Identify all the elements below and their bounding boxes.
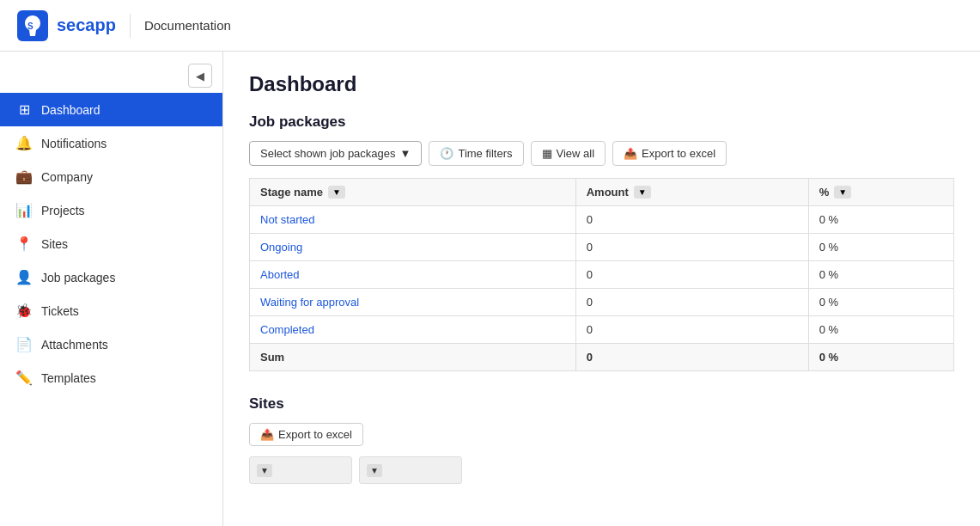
sidebar-item-label: Attachments <box>41 338 108 352</box>
dropdown-arrow-icon: ▼ <box>400 147 411 160</box>
sidebar-item-label: Projects <box>41 204 85 217</box>
svg-text:S: S <box>27 21 33 31</box>
job-packages-toolbar: Select shown job packages ▼ 🕐 Time filte… <box>249 141 954 166</box>
sites-section: Sites 📤 Export to excel ▼ ▼ <box>249 395 954 484</box>
table-icon: ▦ <box>542 147 552 160</box>
header: S secapp Documentation <box>0 0 980 52</box>
sidebar-item-sites[interactable]: 📍 Sites <box>0 227 222 260</box>
stage-cell[interactable]: Waiting for approval <box>250 289 576 316</box>
sidebar-item-attachments[interactable]: 📄 Attachments <box>0 327 222 361</box>
amount-cell: 0 <box>575 289 808 316</box>
time-filters-label: Time filters <box>458 147 512 160</box>
percent-cell: 0 % <box>808 206 953 234</box>
sidebar-item-templates[interactable]: ✏️ Templates <box>0 361 222 394</box>
sidebar-item-dashboard[interactable]: ⊞ Dashboard <box>0 93 222 126</box>
table-header-row: Stage name ▼ Amount ▼ % <box>250 179 954 206</box>
percent-cell: 0 % <box>808 261 953 289</box>
sites-col-header-1: ▼ <box>249 456 352 484</box>
sites-export-button[interactable]: 📤 Export to excel <box>249 423 363 446</box>
sidebar-item-label: Sites <box>41 237 68 251</box>
pencil-icon: ✏️ <box>15 370 33 386</box>
export-label: Export to excel <box>642 147 715 160</box>
person-icon: 👤 <box>15 269 33 285</box>
clock-icon: 🕐 <box>440 147 453 160</box>
job-packages-title: Job packages <box>249 113 954 131</box>
table-row: Completed 0 0 % <box>250 316 954 344</box>
stage-name-header: Stage name ▼ <box>250 179 576 206</box>
header-nav-documentation[interactable]: Documentation <box>144 18 231 33</box>
logo-area: S secapp <box>17 10 116 41</box>
page-title: Dashboard <box>249 72 954 96</box>
stage-cell[interactable]: Aborted <box>250 261 576 289</box>
sites-export-label: Export to excel <box>278 428 352 441</box>
sidebar-item-projects[interactable]: 📊 Projects <box>0 193 222 227</box>
stage-cell[interactable]: Completed <box>250 316 576 344</box>
stage-name-sort-button[interactable]: ▼ <box>328 186 345 199</box>
sidebar-item-label: Job packages <box>41 271 115 284</box>
sidebar-item-company[interactable]: 💼 Company <box>0 160 222 193</box>
sidebar-item-job-packages[interactable]: 👤 Job packages <box>0 260 222 294</box>
sidebar-item-label: Company <box>41 170 93 184</box>
percent-sort-button[interactable]: ▼ <box>834 186 851 199</box>
amount-cell: 0 <box>575 316 808 344</box>
job-packages-section: Job packages Select shown job packages ▼… <box>249 113 954 371</box>
stage-cell[interactable]: Ongoing <box>250 234 576 261</box>
sidebar-toggle-area: ◀ <box>0 58 222 93</box>
sum-label: Sum <box>250 344 576 371</box>
layout: ◀ ⊞ Dashboard 🔔 Notifications 💼 Company … <box>0 52 980 526</box>
amount-cell: 0 <box>575 206 808 234</box>
sidebar-item-label: Dashboard <box>41 103 100 117</box>
table-row: Not started 0 0 % <box>250 206 954 234</box>
dashboard-icon: ⊞ <box>15 101 33 118</box>
table-row: Aborted 0 0 % <box>250 261 954 289</box>
percent-cell: 0 % <box>808 289 953 316</box>
export-to-excel-button[interactable]: 📤 Export to excel <box>612 141 727 166</box>
sidebar: ◀ ⊞ Dashboard 🔔 Notifications 💼 Company … <box>0 52 223 526</box>
select-shown-packages-button[interactable]: Select shown job packages ▼ <box>249 141 422 166</box>
export-icon: 📤 <box>624 147 637 160</box>
sidebar-item-notifications[interactable]: 🔔 Notifications <box>0 126 222 160</box>
amount-cell: 0 <box>575 234 808 261</box>
sidebar-item-label: Tickets <box>41 304 79 318</box>
sum-amount: 0 <box>575 344 808 371</box>
briefcase-icon: 💼 <box>15 168 33 185</box>
job-packages-table: Stage name ▼ Amount ▼ % <box>249 178 954 371</box>
stage-cell[interactable]: Not started <box>250 206 576 234</box>
sidebar-item-label: Templates <box>41 371 96 385</box>
sum-row: Sum 0 0 % <box>250 344 954 371</box>
sites-section-title: Sites <box>249 395 954 413</box>
sidebar-collapse-button[interactable]: ◀ <box>188 64 212 88</box>
header-divider <box>130 14 131 38</box>
sidebar-item-tickets[interactable]: 🐞 Tickets <box>0 294 222 327</box>
sites-sort-btn-2[interactable]: ▼ <box>367 464 382 477</box>
sidebar-item-label: Notifications <box>41 137 107 150</box>
percent-header: % ▼ <box>808 179 953 206</box>
percent-cell: 0 % <box>808 316 953 344</box>
table-row: Waiting for approval 0 0 % <box>250 289 954 316</box>
document-icon: 📄 <box>15 336 33 352</box>
chart-icon: 📊 <box>15 202 33 218</box>
sites-sort-btn-1[interactable]: ▼ <box>257 464 272 477</box>
sites-export-icon: 📤 <box>260 428 274 441</box>
sites-col-header-2: ▼ <box>359 456 462 484</box>
table-row: Ongoing 0 0 % <box>250 234 954 261</box>
amount-cell: 0 <box>575 261 808 289</box>
sites-table-placeholder: ▼ ▼ <box>249 456 954 484</box>
main-content: Dashboard Job packages Select shown job … <box>223 52 980 526</box>
view-all-label: View all <box>557 147 595 160</box>
amount-sort-button[interactable]: ▼ <box>634 186 651 199</box>
select-packages-label: Select shown job packages <box>260 147 396 160</box>
view-all-button[interactable]: ▦ View all <box>531 141 606 166</box>
logo-text: secapp <box>57 15 116 35</box>
bell-icon: 🔔 <box>15 135 33 151</box>
time-filters-button[interactable]: 🕐 Time filters <box>429 141 523 166</box>
secapp-logo-icon: S <box>17 10 48 41</box>
location-icon: 📍 <box>15 235 33 252</box>
amount-header: Amount ▼ <box>575 179 808 206</box>
sum-percent: 0 % <box>808 344 953 371</box>
bug-icon: 🐞 <box>15 303 33 319</box>
percent-cell: 0 % <box>808 234 953 261</box>
